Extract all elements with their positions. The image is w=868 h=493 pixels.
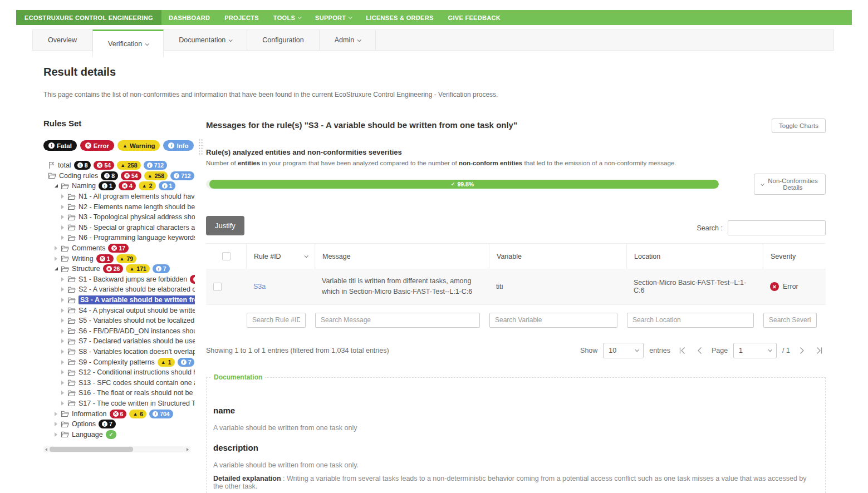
tab-documentation[interactable]: Documentation (164, 30, 247, 50)
scrollbar-thumb[interactable] (50, 447, 133, 452)
nav-item-projects[interactable]: PROJECTS (217, 10, 266, 25)
tree-node-structure[interactable]: Structure✕26▲171i7 (43, 264, 195, 274)
column-header-variable[interactable]: Variable (489, 244, 626, 269)
expand-arrow-icon[interactable] (61, 360, 67, 364)
expand-arrow-icon[interactable] (61, 225, 67, 230)
select-all-checkbox[interactable] (222, 252, 231, 260)
expand-arrow-icon[interactable] (61, 287, 67, 292)
tree-node-n6[interactable]: N6 - Programming language keywords shou (43, 233, 195, 243)
tree-node-n1[interactable]: N1 - All program elements should have a … (43, 191, 195, 202)
expand-arrow-icon[interactable] (61, 339, 67, 343)
drag-handle-icon[interactable] (198, 139, 203, 155)
brand-title[interactable]: ECOSTRUXURE CONTROL ENGINEERING (16, 10, 161, 25)
expand-arrow-icon[interactable] (61, 349, 67, 354)
tree-node-options[interactable]: Options!7 (43, 419, 195, 430)
expand-arrow-icon[interactable] (61, 194, 67, 199)
rule-id-link[interactable]: S3a (253, 283, 266, 290)
expand-arrow-icon[interactable] (61, 391, 67, 395)
badge-fatal: !1 (99, 181, 116, 190)
tree-node-s7[interactable]: S7 - Declared variables should be used✕ (43, 336, 195, 347)
expand-arrow-icon[interactable] (55, 422, 61, 426)
expand-arrow-icon[interactable] (61, 215, 67, 219)
tree-node-s5[interactable]: S5 - Variables should not be localized▲ (43, 315, 195, 326)
search-input[interactable] (728, 220, 826, 235)
previous-page-button[interactable] (694, 344, 706, 357)
justify-button[interactable]: Justify (206, 216, 244, 235)
row-checkbox[interactable] (213, 283, 222, 291)
expand-arrow-icon[interactable] (61, 277, 67, 282)
tree-node-s3[interactable]: S3 - A variable should be written from o… (43, 295, 195, 305)
tree-node-total[interactable]: total!8✕54▲258i712 (43, 160, 195, 171)
tab-admin[interactable]: Admin (320, 30, 376, 50)
error-circle-icon: ✕ (85, 142, 91, 149)
column-header-message[interactable]: Message (315, 244, 489, 269)
expand-arrow-icon[interactable] (61, 308, 67, 313)
toggle-charts-button[interactable]: Toggle Charts (772, 119, 826, 133)
expand-arrow-icon[interactable] (55, 246, 61, 250)
tree-node-information[interactable]: Information✕6▲6i704 (43, 408, 195, 419)
expand-arrow-icon[interactable] (61, 298, 67, 302)
page-size-select[interactable]: 10 (603, 343, 644, 358)
filter-variable-input[interactable] (489, 313, 617, 328)
tab-overview[interactable]: Overview (33, 30, 92, 50)
expand-arrow-icon[interactable] (61, 381, 67, 385)
tree-node-n5[interactable]: N5 - Special or graphical characters are… (43, 223, 195, 233)
tree-node-s12[interactable]: S12 - Conditional instructions should ha… (43, 367, 195, 378)
expand-arrow-icon[interactable] (55, 412, 61, 416)
filter-rule-id-input[interactable] (247, 313, 306, 328)
expand-arrow-icon[interactable] (61, 318, 67, 323)
badge-warning: ▲1 (158, 358, 175, 367)
first-page-button[interactable] (676, 344, 688, 357)
expand-arrow-icon[interactable] (61, 235, 67, 240)
tree-node-comments[interactable]: Comments✕17 (43, 243, 195, 254)
tree-node-s4[interactable]: S4 - A physical output should be written… (43, 305, 195, 315)
tree-horizontal-scrollbar[interactable] (43, 446, 190, 452)
scroll-left-icon[interactable] (45, 448, 47, 451)
tree-node-naming[interactable]: Naming!1✕4▲2i1 (43, 181, 195, 191)
page-size-value: 10 (609, 347, 616, 354)
column-header-severity[interactable]: Severity (763, 244, 826, 269)
tree-node-n3[interactable]: N3 - Topological physical address should… (43, 212, 195, 223)
non-conformities-details-button[interactable]: Non-Conformities Details (754, 174, 826, 195)
column-header-rule-id[interactable]: Rule #ID (246, 244, 315, 269)
expand-arrow-icon[interactable] (55, 257, 61, 261)
nav-item-tools[interactable]: TOOLS (266, 10, 308, 25)
filter-location-input[interactable] (627, 313, 754, 328)
expand-arrow-icon[interactable] (61, 205, 67, 209)
tree-node-coding-rules[interactable]: Coding rules!8✕54▲258i712 (43, 171, 195, 181)
tree-node-s1[interactable]: S1 - Backward jumps are forbidden✕1 (43, 274, 195, 285)
page-total: / 1 (782, 347, 790, 354)
tree-node-s16[interactable]: S16 - The float or reals should not be c… (43, 388, 195, 398)
collapse-arrow-icon[interactable] (55, 267, 61, 270)
scroll-right-icon[interactable] (187, 448, 189, 451)
nav-item-give-feedback[interactable]: GIVE FEEDBACK (441, 10, 508, 25)
tree-node-s17[interactable]: S17 - The code written in Structured Tex… (43, 398, 195, 409)
expand-arrow-icon[interactable] (55, 432, 61, 437)
tree-node-s13[interactable]: S13 - SFC codes should contain one and o… (43, 377, 195, 388)
filter-severity-input[interactable] (763, 313, 817, 328)
tree-node-language[interactable]: Language✓ (43, 429, 195, 440)
tab-configuration[interactable]: Configuration (247, 30, 319, 50)
expand-arrow-icon[interactable] (61, 329, 67, 333)
panel-splitter[interactable] (195, 119, 206, 493)
tree-node-label: Language (72, 431, 103, 438)
tab-verification[interactable]: Verification (92, 29, 164, 57)
column-header-location[interactable]: Location (626, 244, 763, 269)
tree-node-s8[interactable]: S8 - Variables location doesn't overlap✕ (43, 347, 195, 357)
tree-node-writing[interactable]: Writing✕1▲79 (43, 253, 195, 264)
page-select[interactable]: 1 (733, 343, 777, 358)
expand-arrow-icon[interactable] (61, 401, 67, 406)
nav-item-dashboard[interactable]: DASHBOARD (161, 10, 217, 25)
next-page-button[interactable] (796, 344, 808, 357)
collapse-arrow-icon[interactable] (55, 184, 61, 188)
tree-node-n2[interactable]: N2 - Elements name length should be in a… (43, 201, 195, 212)
nav-item-licenses-orders[interactable]: LICENSES & ORDERS (359, 10, 440, 25)
sort-chevron-icon[interactable] (305, 254, 308, 258)
nav-item-support[interactable]: SUPPORT (308, 10, 359, 25)
expand-arrow-icon[interactable] (61, 370, 67, 374)
tree-node-s2[interactable]: S2 - A variable should be elaborated onl… (43, 284, 195, 295)
filter-message-input[interactable] (315, 313, 480, 328)
last-page-button[interactable] (813, 344, 826, 357)
tree-node-s6[interactable]: S6 - FB/DFB/ADD_ON instances should be c (43, 326, 195, 337)
tree-node-s9[interactable]: S9 - Complexity patterns▲1i7 (43, 357, 195, 367)
